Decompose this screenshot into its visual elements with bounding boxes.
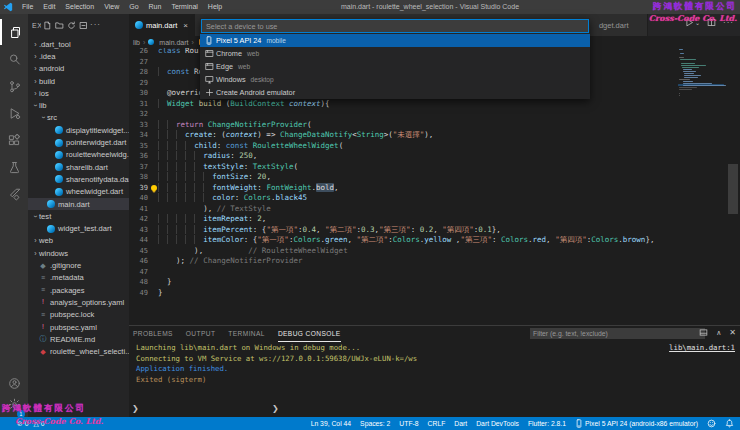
refresh-icon[interactable] [67,21,76,30]
device-option-windows[interactable]: Windowsdesktop [200,73,590,86]
menu-go[interactable]: Go [124,0,143,14]
line-number[interactable]: 46 [129,256,148,267]
feedback-smiley-icon[interactable] [707,419,716,428]
status-flutter[interactable]: Flutter: 2.8.1 [528,420,566,427]
code-line-49[interactable]: 49} [129,288,726,299]
tree-item-pubspec-lock[interactable]: ≡pubspec.lock [28,309,129,321]
quickpick-input[interactable]: Select a device to use [201,19,589,33]
panel-tab-terminal[interactable]: TERMINAL [228,326,265,341]
scrollbar-thumb[interactable] [728,164,738,214]
code-line-47[interactable]: 47 [129,267,726,278]
code-line-35[interactable]: 35 child: const RouletteWheelWidget( [129,141,726,152]
code-line-40[interactable]: 40 color: Colors.black45 [129,193,726,204]
activity-explorer-icon[interactable] [0,19,28,45]
line-number[interactable]: 31 [129,99,148,110]
more-actions-icon[interactable]: ··· [90,22,101,28]
activity-extensions-icon[interactable] [0,127,28,153]
more-actions-icon[interactable]: ··· [723,18,734,27]
notifications-bell-icon[interactable] [725,419,734,428]
tree-item-displaytitlewidget-[interactable]: displaytitlewidget.... [28,124,129,136]
code-line-42[interactable]: 42 itemRepeat: 2, [129,214,726,225]
line-number[interactable]: 32 [129,109,148,120]
tree-item-wheelwidget-dart[interactable]: wheelwidget.dart [28,186,129,198]
device-option-edge[interactable]: Edgeweb [200,60,590,73]
status-utf-8[interactable]: UTF-8 [399,420,418,427]
code-line-31[interactable]: 31 Widget build (BuildContext context){ [129,99,726,110]
line-number[interactable]: 29 [129,78,148,89]
code-line-45[interactable]: 45 ), // RouletteWheelWidget [129,246,726,257]
menu-help[interactable]: Help [203,0,227,14]
code-line-37[interactable]: 37 textStyle: TextStyle( [129,162,726,173]
new-file-icon[interactable] [43,21,52,30]
line-number[interactable]: 27 [129,57,148,68]
open-panel-icon[interactable] [699,328,708,337]
code-line-39[interactable]: 39 fontWeight: FontWeight.bold, [129,183,726,194]
line-number[interactable]: 48 [129,277,148,288]
code-line-36[interactable]: 36 radius: 250, [129,151,726,162]
activity-source-control-icon[interactable] [0,73,28,99]
device-option-pixel-5-api-24[interactable]: Pixel 5 API 24mobile [200,34,590,47]
line-number[interactable]: 41 [129,204,148,215]
status-pixel[interactable]: Pixel 5 API 24 (android-x86 emulator) [575,419,698,429]
status-crlf[interactable]: CRLF [428,420,446,427]
line-number[interactable]: 33 [129,120,148,131]
tree-item-roulette-wheel-selecti-[interactable]: ◆roulette_wheel_selecti... [28,346,129,358]
lightbulb-icon[interactable] [151,185,157,191]
code-line-43[interactable]: 43 itemPercent: {"第一項":0.4, "第二項":0.3,"第… [129,225,726,236]
menu-selection[interactable]: Selection [60,0,99,14]
menu-terminal[interactable]: Terminal [166,0,202,14]
line-number[interactable]: 45 [129,246,148,257]
line-number[interactable]: 30 [129,88,148,99]
line-number[interactable]: 42 [129,214,148,225]
tree-item-sharelib-dart[interactable]: sharelib.dart [28,161,129,173]
menu-edit[interactable]: Edit [38,0,60,14]
tree-item-build[interactable]: ›build [28,75,129,87]
panel-tab-problems[interactable]: PROBLEMS [133,326,173,341]
close-tab-icon[interactable]: × [183,21,188,30]
line-number[interactable]: 43 [129,225,148,236]
line-number[interactable]: 38 [129,172,148,183]
line-number[interactable]: 40 [129,193,148,204]
new-folder-icon[interactable] [55,21,64,30]
panel-tab-debug-console[interactable]: DEBUG CONSOLE [278,326,341,342]
tree-item-main-dart[interactable]: main.dart [28,198,129,210]
line-number[interactable]: 35 [129,141,148,152]
source-link[interactable]: lib\main.dart:1 [669,343,735,352]
tree-item--packages[interactable]: ≡.packages [28,284,129,296]
code-line-48[interactable]: 48 } [129,277,726,288]
tree-item-windows[interactable]: ›windows [28,247,129,259]
menu-run[interactable]: Run [144,0,167,14]
activity-search-icon[interactable] [0,46,28,72]
line-number[interactable]: 39 [129,183,148,194]
status-ln[interactable]: Ln 39, Col 44 [311,420,351,427]
tree-item-lib[interactable]: ›lib [28,100,129,112]
run-debug-button[interactable]: ⌄ [685,18,700,27]
status-dart[interactable]: Dart [454,420,467,427]
split-editor-icon[interactable] [707,18,716,27]
status-dart[interactable]: Dart DevTools [476,420,519,427]
code-line-41[interactable]: 41 ), // TextStyle [129,204,726,215]
menu-view[interactable]: View [99,0,124,14]
repl-prompt-icon[interactable]: ❯ [132,404,139,413]
menu-file[interactable]: File [17,0,38,14]
tree-item-android[interactable]: ›android [28,63,129,75]
device-option-create-android-emulator[interactable]: Create Android emulator [200,86,590,99]
activity-testing-icon[interactable] [0,154,28,180]
debug-filter-input[interactable]: Filter (e.g. text, !exclude) [530,328,705,339]
tree-item-web[interactable]: ›web [28,235,129,247]
tree-item-widget-test-dart[interactable]: widget_test.dart [28,223,129,235]
tree-item--idea[interactable]: ›.idea [28,50,129,62]
device-option-chrome[interactable]: Chromeweb [200,47,590,60]
line-number[interactable]: 28 [129,67,148,78]
tree-item--gitignore[interactable]: ◆.gitignore [28,259,129,271]
collapse-icon[interactable] [79,21,88,30]
tab-main-dart[interactable]: main.dart× [129,14,195,36]
panel-tab-output[interactable]: OUTPUT [186,326,216,341]
tree-item-test[interactable]: ›test [28,210,129,222]
line-number[interactable]: 44 [129,235,148,246]
breadcrumb-item[interactable]: lib [133,39,140,46]
line-number[interactable]: 37 [129,162,148,173]
line-number[interactable]: 34 [129,130,148,141]
code-line-32[interactable]: 32 [129,109,726,120]
code-line-33[interactable]: 33 return ChangeNotifierProvider( [129,120,726,131]
